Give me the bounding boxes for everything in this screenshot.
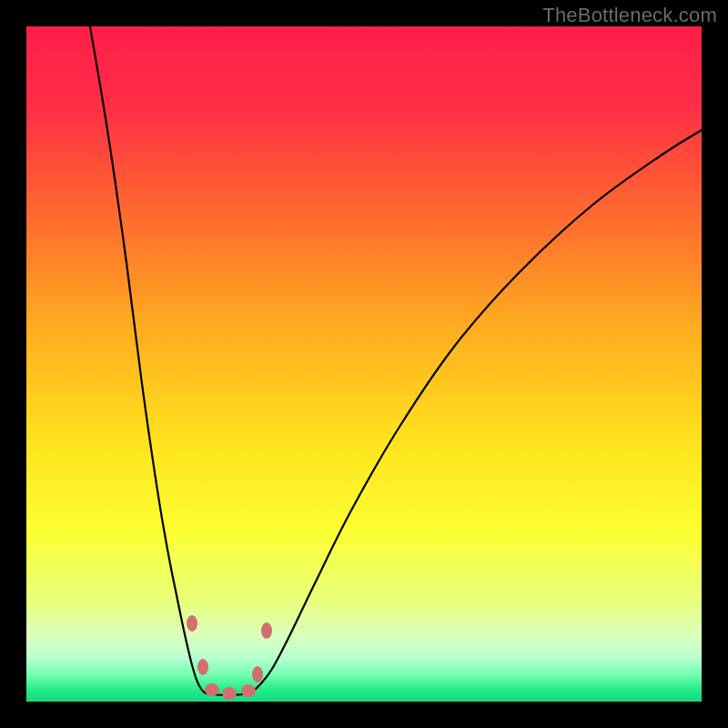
marker-right-upper — [261, 622, 272, 639]
plot-area — [26, 26, 702, 702]
watermark-text: TheBottleneck.com — [542, 4, 717, 27]
marker-min-center — [222, 687, 237, 700]
background-gradient — [26, 26, 702, 702]
marker-min-left — [205, 683, 219, 696]
marker-left-upper — [187, 615, 197, 632]
chart-svg — [26, 26, 702, 702]
marker-right-lower — [252, 666, 263, 682]
marker-left-lower — [197, 659, 208, 675]
marker-min-right — [241, 684, 256, 697]
